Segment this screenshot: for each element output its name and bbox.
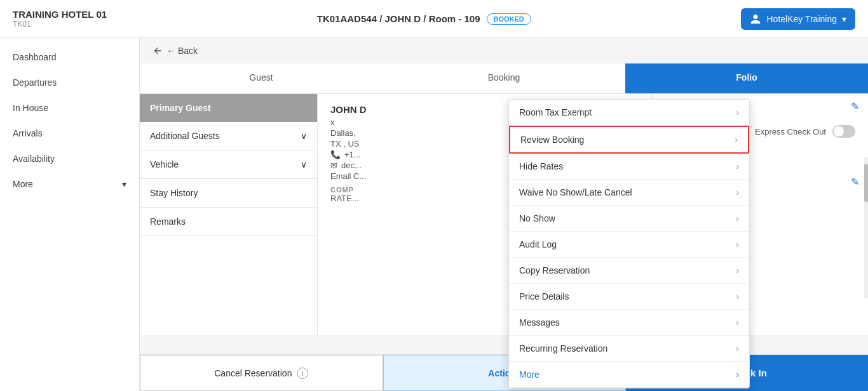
chevron-right-icon: › bbox=[736, 265, 739, 275]
email-consent: Email C... bbox=[330, 171, 367, 181]
user-icon bbox=[750, 13, 761, 25]
comp-label: COMP bbox=[330, 186, 367, 194]
tab-guest[interactable]: Guest bbox=[140, 63, 383, 93]
additional-guests-row[interactable]: Additional Guests ∨ bbox=[140, 122, 317, 150]
hotel-info: TRAINING HOTEL 01 TK01 bbox=[13, 9, 107, 29]
menu-label: Audit Log bbox=[519, 239, 557, 249]
sidebar-item-arrivals[interactable]: Arrivals bbox=[0, 121, 139, 146]
back-arrow-icon bbox=[153, 46, 163, 56]
cancel-label: Cancel Reservation bbox=[214, 368, 292, 378]
chevron-right-icon: › bbox=[736, 317, 739, 328]
main-layout: Dashboard Departures In House Arrivals A… bbox=[0, 38, 868, 391]
guest-detail-city: Dallas, bbox=[330, 128, 367, 138]
stay-history-row[interactable]: Stay History bbox=[140, 179, 317, 208]
menu-label: No Show bbox=[519, 213, 555, 223]
reservation-id: TK01AAD544 / JOHN D / Room - 109 bbox=[317, 13, 480, 24]
sidebar-item-availability[interactable]: Availability bbox=[0, 146, 139, 171]
toggle-knob bbox=[834, 126, 844, 136]
sidebar-item-inhouse[interactable]: In House bbox=[0, 95, 139, 121]
phone-icon: 📞 bbox=[330, 150, 341, 159]
sidebar: Dashboard Departures In House Arrivals A… bbox=[0, 38, 140, 391]
chevron-right-icon: › bbox=[736, 343, 739, 354]
menu-item-audit-log[interactable]: Audit Log › bbox=[509, 232, 749, 258]
menu-item-more[interactable]: More › bbox=[509, 362, 749, 388]
express-checkout-toggle[interactable] bbox=[832, 125, 855, 138]
express-checkout-label: Express Check Out bbox=[755, 127, 826, 136]
cancel-reservation-button[interactable]: Cancel Reservation i bbox=[140, 355, 383, 391]
vehicle-row[interactable]: Vehicle ∨ bbox=[140, 150, 317, 179]
chevron-right-icon: › bbox=[736, 213, 739, 223]
chevron-right-icon: › bbox=[736, 369, 739, 380]
hotel-code: TK01 bbox=[13, 20, 107, 29]
back-button[interactable]: ← Back bbox=[140, 38, 868, 63]
menu-label: Waive No Show/Late Cancel bbox=[519, 187, 632, 197]
hotel-name: TRAINING HOTEL 01 bbox=[13, 9, 107, 20]
chevron-down-icon: ▾ bbox=[122, 179, 126, 189]
menu-item-price-details[interactable]: Price Details › bbox=[509, 284, 749, 310]
edit-icon-right[interactable]: ✎ bbox=[851, 100, 859, 112]
menu-label: Price Details bbox=[519, 291, 569, 302]
main-content: ← Back Guest Booking Folio Primary Guest… bbox=[140, 38, 868, 391]
menu-item-hide-rates[interactable]: Hide Rates › bbox=[509, 154, 749, 180]
menu-item-review-booking[interactable]: Review Booking › bbox=[509, 126, 749, 154]
menu-label: Room Tax Exempt bbox=[519, 107, 592, 117]
sidebar-item-more[interactable]: More ▾ bbox=[0, 171, 139, 197]
menu-item-room-tax-exempt[interactable]: Room Tax Exempt › bbox=[509, 100, 749, 126]
sidebar-item-dashboard[interactable]: Dashboard bbox=[0, 44, 139, 70]
menu-label: Messages bbox=[519, 317, 560, 328]
chevron-down-icon: ∨ bbox=[301, 159, 307, 169]
chevron-right-icon: › bbox=[736, 291, 739, 302]
menu-item-messages[interactable]: Messages › bbox=[509, 310, 749, 336]
chevron-right-icon: › bbox=[735, 135, 738, 145]
menu-item-no-show[interactable]: No Show › bbox=[509, 206, 749, 232]
rate-label: RATE... bbox=[330, 194, 367, 203]
remarks-row[interactable]: Remarks bbox=[140, 208, 317, 236]
chevron-right-icon: › bbox=[736, 161, 739, 171]
guest-detail-state: TX , US bbox=[330, 139, 367, 149]
header: TRAINING HOTEL 01 TK01 TK01AAD544 / JOHN… bbox=[0, 0, 868, 38]
guest-email: ✉ dec... bbox=[330, 161, 367, 170]
status-badge: BOOKED bbox=[487, 13, 531, 25]
guest-detail-x: x bbox=[330, 117, 367, 127]
user-area: HotelKey Training ▾ bbox=[741, 8, 855, 30]
scrollbar-track bbox=[864, 157, 868, 298]
tab-bar: Guest Booking Folio bbox=[140, 63, 868, 94]
user-chevron: ▾ bbox=[842, 14, 846, 24]
edit-icon-right-2[interactable]: ✎ bbox=[851, 176, 859, 188]
guest-panel: Primary Guest Additional Guests ∨ Vehicl… bbox=[140, 94, 868, 335]
chevron-right-icon: › bbox=[736, 187, 739, 197]
menu-label: More bbox=[519, 369, 539, 380]
chevron-down-icon: ∨ bbox=[301, 131, 307, 141]
bottom-action-bar: Cancel Reservation i Actions Check In bbox=[140, 354, 868, 391]
menu-label: Recurring Reservation bbox=[519, 343, 607, 354]
menu-item-waive-no-show[interactable]: Waive No Show/Late Cancel › bbox=[509, 180, 749, 206]
reservation-info-bar: TK01AAD544 / JOHN D / Room - 109 BOOKED bbox=[317, 13, 531, 25]
user-menu-button[interactable]: HotelKey Training ▾ bbox=[741, 8, 855, 30]
guest-phone: 📞 +1... bbox=[330, 150, 367, 159]
tab-folio[interactable]: Folio bbox=[625, 63, 868, 93]
tab-booking[interactable]: Booking bbox=[383, 63, 625, 93]
menu-label: Review Booking bbox=[520, 135, 584, 145]
scrollbar-thumb[interactable] bbox=[864, 164, 868, 202]
guest-left-panel: Primary Guest Additional Guests ∨ Vehicl… bbox=[140, 94, 318, 335]
primary-guest-header: Primary Guest bbox=[140, 94, 317, 122]
menu-label: Hide Rates bbox=[519, 161, 563, 171]
email-icon: ✉ bbox=[330, 161, 337, 170]
chevron-right-icon: › bbox=[736, 107, 739, 117]
guest-name: JOHN D bbox=[330, 104, 367, 115]
user-name: HotelKey Training bbox=[766, 14, 837, 24]
back-label: ← Back bbox=[166, 46, 198, 56]
menu-label: Copy Reservation bbox=[519, 265, 590, 275]
sidebar-item-departures[interactable]: Departures bbox=[0, 70, 139, 95]
menu-item-recurring-reservation[interactable]: Recurring Reservation › bbox=[509, 336, 749, 362]
chevron-right-icon: › bbox=[736, 239, 739, 249]
menu-item-copy-reservation[interactable]: Copy Reservation › bbox=[509, 258, 749, 284]
info-icon: i bbox=[297, 368, 308, 379]
actions-dropdown-menu: Room Tax Exempt › Review Booking › Hide … bbox=[508, 99, 750, 388]
